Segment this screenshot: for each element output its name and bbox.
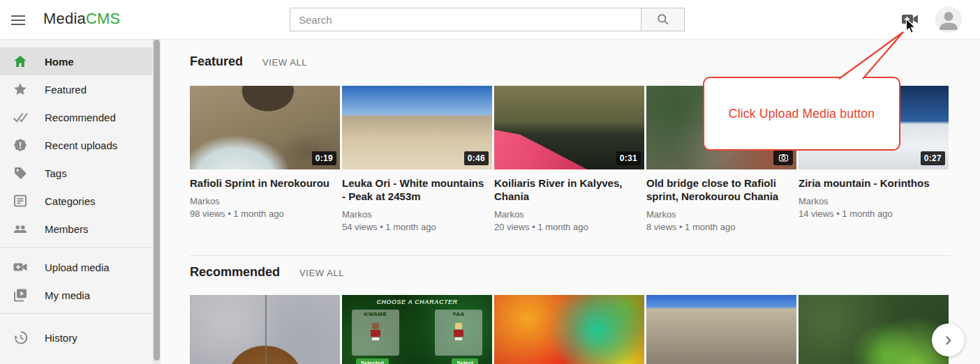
sidebar-item-categories[interactable]: Categories	[0, 187, 152, 215]
game-character-panel: KWAME	[352, 310, 399, 356]
duration-badge: 0:19	[312, 151, 336, 165]
media-meta: 98 views • 1 month ago	[190, 208, 340, 219]
sidebar-item-members[interactable]: Members	[0, 215, 152, 243]
camera-icon	[778, 153, 789, 162]
game-character-name: YAA	[435, 311, 482, 317]
duration-badge: 0:27	[921, 151, 945, 165]
sidebar-item-recommended[interactable]: Recommended	[0, 103, 152, 131]
game-character-sprite	[371, 323, 380, 340]
members-icon	[12, 220, 29, 237]
media-title[interactable]: Leuka Ori - White mountains - Peak at 24…	[342, 176, 486, 203]
recommended-cards-row: CHOOSE A CHARACTER KWAME YAA Selected	[190, 295, 949, 364]
sidebar-item-history[interactable]: History	[0, 324, 152, 351]
media-author[interactable]: Markos	[342, 209, 492, 220]
media-thumbnail[interactable]	[190, 295, 340, 364]
search-input[interactable]	[290, 8, 641, 31]
media-author[interactable]: Markos	[646, 209, 796, 220]
media-author[interactable]: Markos	[494, 209, 644, 220]
sidebar-item-upload-media[interactable]: Upload media	[0, 253, 152, 281]
media-meta: 20 views • 1 month ago	[494, 222, 644, 232]
sidebar-item-recent-uploads[interactable]: Recent uploads	[0, 131, 152, 159]
video-library-icon	[12, 287, 29, 303]
user-avatar[interactable]	[935, 6, 962, 33]
mediacms-logo[interactable]: MediaCMS	[43, 10, 120, 28]
media-card	[190, 295, 340, 364]
sidebar-item-label: History	[45, 332, 77, 344]
new-releases-icon	[12, 137, 29, 153]
upload-hint-text: Click Upload Media button	[729, 107, 875, 121]
game-character-panel: YAA	[435, 310, 482, 356]
video-camera-plus-icon	[900, 11, 920, 28]
duration-badge: 0:31	[616, 151, 641, 165]
sidebar-scrollbar-thumb[interactable]	[154, 40, 160, 361]
game-heading-text: CHOOSE A CHARACTER	[342, 298, 492, 305]
sidebar-item-home[interactable]: Home	[0, 47, 152, 75]
sidebar-item-label: Featured	[45, 84, 87, 96]
duration-badge: 0:46	[464, 151, 489, 165]
media-card	[646, 295, 796, 364]
categories-icon	[12, 192, 29, 209]
media-meta: 14 views • 1 month ago	[799, 208, 949, 219]
star-icon	[12, 81, 29, 98]
recommended-section-title: Recommended	[190, 265, 280, 280]
sidebar-divider	[0, 247, 152, 248]
search-bar	[290, 8, 685, 31]
media-card: CHOOSE A CHARACTER KWAME YAA Selected	[342, 295, 492, 364]
history-clock-icon	[12, 329, 29, 346]
game-character-name: KWAME	[352, 311, 399, 317]
brand-cms: CMS	[86, 10, 121, 27]
media-title[interactable]: Koiliaris River in Kalyves, Chania	[494, 176, 638, 203]
sidebar-item-label: My media	[45, 289, 90, 301]
double-check-icon	[12, 109, 29, 126]
search-icon	[656, 13, 670, 26]
search-button[interactable]	[641, 8, 685, 31]
sidebar-item-label: Recommended	[45, 112, 116, 123]
sidebar-item-label: Tags	[45, 167, 67, 179]
person-silhouette-icon	[935, 6, 962, 33]
home-icon	[12, 53, 29, 70]
media-thumbnail[interactable]	[799, 295, 949, 364]
recommended-view-all-link[interactable]: VIEW ALL	[299, 268, 344, 278]
media-thumbnail[interactable]	[494, 295, 644, 364]
sidebar-item-label: Categories	[45, 195, 96, 207]
media-author[interactable]: Markos	[799, 196, 949, 206]
media-title[interactable]: Ziria mountain - Korinthos	[799, 176, 942, 190]
hamburger-menu-icon[interactable]	[11, 13, 27, 26]
chevron-right-icon: ›	[945, 328, 952, 349]
media-thumbnail[interactable]: 0:31	[494, 86, 644, 169]
media-meta: 8 views • 1 month ago	[646, 222, 796, 232]
brand-media: Media	[43, 10, 86, 27]
media-thumbnail[interactable]: 0:19	[190, 86, 340, 169]
featured-section-title: Featured	[190, 54, 243, 69]
game-select-button: Select	[452, 358, 478, 364]
sidebar: Home Featured Recommended Recent uploads	[0, 39, 161, 364]
sidebar-divider	[0, 313, 152, 314]
game-character-sprite	[454, 323, 463, 340]
carousel-next-button[interactable]: ›	[932, 324, 965, 356]
upload-hint-callout: Click Upload Media button	[703, 77, 900, 151]
media-thumbnail[interactable]: 0:46	[342, 86, 492, 169]
sidebar-item-my-media[interactable]: My media	[0, 281, 152, 309]
game-thumb-overlay: CHOOSE A CHARACTER KWAME YAA Selected	[342, 295, 492, 364]
media-thumbnail[interactable]	[646, 295, 796, 364]
media-thumbnail[interactable]: CHOOSE A CHARACTER KWAME YAA Selected	[342, 295, 492, 364]
top-header: MediaCMS	[0, 0, 980, 39]
media-card: 0:46 Leuka Ori - White mountains - Peak …	[342, 86, 492, 232]
featured-view-all-link[interactable]: VIEW ALL	[262, 57, 307, 68]
video-camera-plus-icon	[12, 259, 29, 275]
sidebar-scrollbar-track[interactable]	[152, 39, 161, 364]
media-title[interactable]: Old bridge close to Rafioli sprint, Nero…	[646, 176, 790, 203]
media-author[interactable]: Markos	[190, 196, 340, 206]
media-title[interactable]: Rafioli Sprint in Nerokourou	[190, 176, 334, 190]
media-card	[494, 295, 644, 364]
sidebar-item-featured[interactable]: Featured	[0, 75, 152, 103]
section-divider	[190, 255, 951, 256]
photo-type-badge	[773, 150, 793, 165]
sidebar-item-label: Home	[45, 56, 74, 68]
sidebar-item-tags[interactable]: Tags	[0, 159, 152, 187]
sidebar-item-label: Upload media	[45, 261, 110, 273]
game-selected-button: Selected	[356, 358, 389, 364]
upload-media-button[interactable]	[900, 11, 920, 28]
media-card	[799, 295, 949, 364]
media-card: 0:19 Rafioli Sprint in Nerokourou Markos…	[190, 86, 340, 232]
